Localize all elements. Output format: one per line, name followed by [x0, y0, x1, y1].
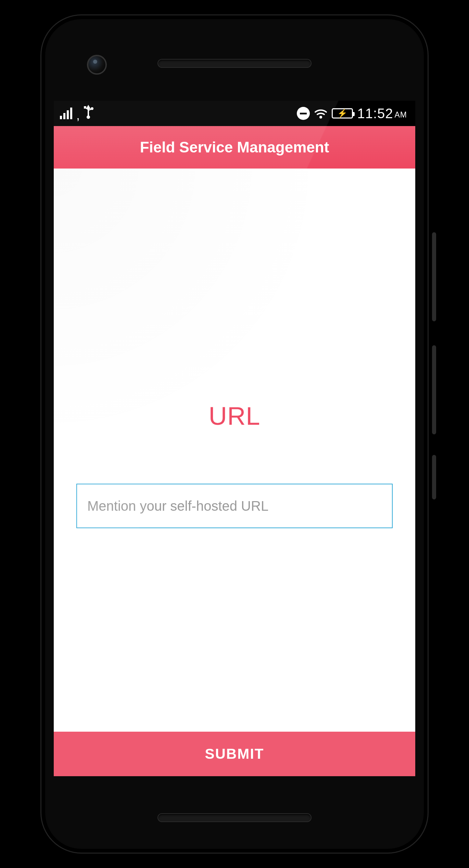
- status-time: 11:52: [357, 106, 393, 121]
- earpiece-speaker-icon: [157, 59, 312, 68]
- status-bar-left: ,: [60, 105, 93, 122]
- front-camera-icon: [87, 55, 107, 75]
- svg-rect-2: [84, 106, 86, 109]
- url-input[interactable]: [76, 484, 393, 528]
- status-bar: ,: [54, 101, 415, 126]
- phone-side-button: [432, 345, 436, 434]
- signal-bars-icon: [60, 108, 72, 119]
- phone-side-button: [432, 232, 436, 321]
- svg-point-4: [319, 116, 322, 119]
- status-bar-right: ⚡ 11:52AM: [297, 106, 407, 121]
- status-clock: 11:52AM: [357, 106, 407, 121]
- content-area: URL SUBMIT: [54, 169, 415, 776]
- phone-frame-outer: ,: [36, 10, 433, 858]
- usb-icon: [83, 105, 93, 122]
- status-ampm: AM: [395, 110, 407, 119]
- wifi-icon: [314, 108, 328, 119]
- app-header: Field Service Management: [54, 126, 415, 169]
- app-title: Field Service Management: [140, 139, 329, 156]
- background-decoration: [54, 169, 415, 776]
- phone-side-button: [432, 455, 436, 499]
- battery-charging-icon: ⚡: [332, 108, 353, 119]
- submit-button[interactable]: SUBMIT: [54, 732, 415, 776]
- svg-point-1: [87, 115, 90, 119]
- phone-frame-inner: ,: [40, 14, 429, 854]
- bottom-speaker-icon: [157, 813, 312, 822]
- do-not-disturb-icon: [297, 107, 310, 120]
- form-heading: URL: [54, 401, 415, 431]
- svg-point-3: [91, 107, 93, 110]
- device-screen: ,: [54, 101, 415, 776]
